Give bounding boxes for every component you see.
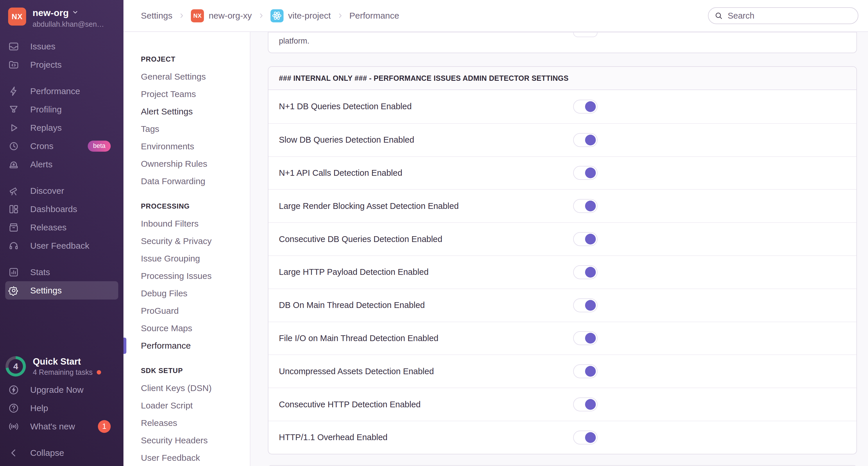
toggle-switch[interactable] xyxy=(573,166,597,180)
toggle-switch[interactable] xyxy=(573,265,597,279)
toggle-switch[interactable] xyxy=(573,431,597,444)
broadcast-icon xyxy=(8,421,19,432)
quick-start-panel[interactable]: 4 Quick Start 4 Remaining tasks xyxy=(0,356,123,376)
toggle-switch[interactable] xyxy=(573,298,597,312)
toggle-switch[interactable] xyxy=(573,199,597,213)
issues-icon xyxy=(8,41,19,52)
subnav-item-label: Issue Grouping xyxy=(141,254,200,263)
subnav-item-client-keys[interactable]: Client Keys (DSN) xyxy=(141,379,250,397)
sidebar-item-profiling[interactable]: Profiling xyxy=(0,100,123,119)
play-icon xyxy=(8,122,19,133)
sidebar-item-releases[interactable]: Releases xyxy=(0,218,123,237)
detector-label: N+1 DB Queries Detection Enabled xyxy=(279,102,573,111)
subnav-item-general-settings[interactable]: General Settings xyxy=(141,68,250,85)
sidebar-item-label: Releases xyxy=(30,222,66,232)
breadcrumb-organization[interactable]: NX new-org-xy xyxy=(191,9,252,22)
breadcrumb-project[interactable]: vite-project xyxy=(271,9,331,22)
sidebar-item-settings[interactable]: Settings xyxy=(5,281,118,300)
notification-dot xyxy=(97,370,101,374)
toggle-switch[interactable] xyxy=(573,331,597,345)
detector-label: DB On Main Thread Detection Enabled xyxy=(279,301,573,310)
toggle-knob xyxy=(585,134,596,145)
subnav-item-user-feedback[interactable]: User Feedback xyxy=(141,449,250,466)
toggle-knob xyxy=(585,267,596,277)
detector-label: N+1 API Calls Detection Enabled xyxy=(279,168,573,178)
subnav-item-proguard[interactable]: ProGuard xyxy=(141,302,250,319)
subnav-item-releases[interactable]: Releases xyxy=(141,414,250,432)
toggle-switch[interactable] xyxy=(573,364,597,378)
toggle-switch-partial[interactable] xyxy=(573,33,597,37)
toggle-switch[interactable] xyxy=(573,398,597,411)
stats-icon xyxy=(8,267,19,278)
detector-label: Consecutive HTTP Detection Enabled xyxy=(279,400,573,409)
subnav-item-security-headers[interactable]: Security Headers xyxy=(141,432,250,449)
detector-row-uncompressed-assets: Uncompressed Assets Detection Enabled xyxy=(269,354,857,387)
subnav-item-tags[interactable]: Tags xyxy=(141,120,250,138)
detector-label: Uncompressed Assets Detection Enabled xyxy=(279,367,573,376)
org-switcher[interactable]: NX new-org abdullah.khan@sen… xyxy=(0,0,123,28)
subnav-item-label: Processing Issues xyxy=(141,271,212,281)
app-root: NX new-org abdullah.khan@sen… Issues Pro… xyxy=(0,0,868,466)
toggle-switch[interactable] xyxy=(573,133,597,147)
sidebar-item-label: Alerts xyxy=(30,159,53,169)
subnav-item-processing-issues[interactable]: Processing Issues xyxy=(141,267,250,285)
subnav-item-loader-script[interactable]: Loader Script xyxy=(141,397,250,414)
nav-group-gap xyxy=(0,174,123,182)
sidebar-item-help[interactable]: Help xyxy=(0,399,123,417)
subnav-item-issue-grouping[interactable]: Issue Grouping xyxy=(141,250,250,267)
sidebar-item-label: Stats xyxy=(30,267,50,277)
siren-icon xyxy=(8,159,19,170)
sidebar-item-upgrade-now[interactable]: Upgrade Now xyxy=(0,381,123,399)
detector-row-large-http-payload: Large HTTP Payload Detection Enabled xyxy=(269,255,857,288)
sidebar-item-replays[interactable]: Replays xyxy=(0,119,123,137)
toggle-knob xyxy=(585,399,596,410)
sidebar-item-crons[interactable]: Crons beta xyxy=(0,137,123,155)
sidebar-item-user-feedback[interactable]: User Feedback xyxy=(0,237,123,255)
subnav-item-performance[interactable]: Performance xyxy=(141,337,250,354)
breadcrumb-current-page: Performance xyxy=(349,11,399,21)
subnav-item-ownership-rules[interactable]: Ownership Rules xyxy=(141,155,250,173)
search-input[interactable] xyxy=(708,7,859,24)
subnav-item-project-teams[interactable]: Project Teams xyxy=(141,85,250,103)
sidebar-item-issues[interactable]: Issues xyxy=(0,37,123,56)
subnav-item-label: Performance xyxy=(141,341,191,351)
user-email: abdullah.khan@sen… xyxy=(33,20,104,28)
subnav-item-label: User Feedback xyxy=(141,453,200,463)
subnav-item-label: Ownership Rules xyxy=(141,159,207,169)
feedback-icon xyxy=(8,240,19,251)
toggle-knob xyxy=(585,201,596,212)
subnav-item-security-privacy[interactable]: Security & Privacy xyxy=(141,232,250,250)
top-bar: Settings NX new-org-xy vite-project Perf… xyxy=(123,0,868,32)
subnav-item-label: Inbound Filters xyxy=(141,219,198,229)
subnav-item-label: Source Maps xyxy=(141,323,192,333)
subnav-item-environments[interactable]: Environments xyxy=(141,138,250,155)
sidebar-item-stats[interactable]: Stats xyxy=(0,263,123,281)
sidebar-item-projects[interactable]: Projects xyxy=(0,56,123,74)
subnav-item-label: General Settings xyxy=(141,72,206,82)
sidebar-item-alerts[interactable]: Alerts xyxy=(0,155,123,174)
subnav-item-label: Tags xyxy=(141,124,159,134)
sidebar-item-whats-new[interactable]: What's new 1 xyxy=(0,417,123,435)
subnav-item-alert-settings[interactable]: Alert Settings xyxy=(141,103,250,120)
sidebar-item-discover[interactable]: Discover xyxy=(0,182,123,200)
toggle-switch[interactable] xyxy=(573,100,597,114)
sidebar-item-performance[interactable]: Performance xyxy=(0,82,123,100)
subnav-item-label: Environments xyxy=(141,142,194,151)
subnav-item-data-forwarding[interactable]: Data Forwarding xyxy=(141,173,250,190)
subnav-item-label: Alert Settings xyxy=(141,106,193,117)
detector-row-consecutive-db-queries: Consecutive DB Queries Detection Enabled xyxy=(269,222,857,255)
subnav-item-source-maps[interactable]: Source Maps xyxy=(141,319,250,337)
toggle-knob xyxy=(585,432,596,443)
subnav-item-debug-files[interactable]: Debug Files xyxy=(141,285,250,302)
nav-group-gap xyxy=(0,435,123,444)
toggle-knob xyxy=(585,101,596,112)
detector-label: Consecutive DB Queries Detection Enabled xyxy=(279,235,573,244)
help-icon xyxy=(8,403,19,414)
sidebar-item-collapse[interactable]: Collapse xyxy=(0,444,123,462)
sidebar-item-dashboards[interactable]: Dashboards xyxy=(0,200,123,218)
subnav-item-label: Data Forwarding xyxy=(141,176,206,186)
toggle-switch[interactable] xyxy=(573,232,597,246)
subnav-item-label: ProGuard xyxy=(141,306,179,316)
subnav-item-inbound-filters[interactable]: Inbound Filters xyxy=(141,215,250,232)
breadcrumb-settings[interactable]: Settings xyxy=(141,11,172,21)
